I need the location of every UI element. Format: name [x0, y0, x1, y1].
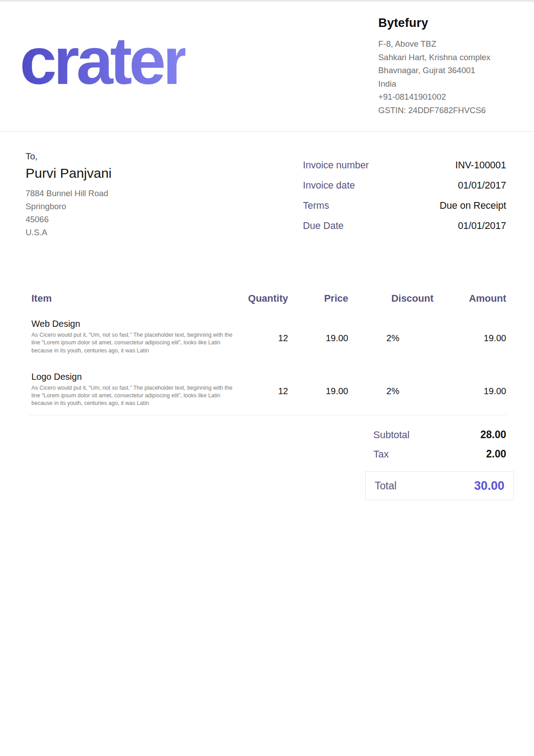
- invoice-meta-block: Invoice number INV-100001 Invoice date 0…: [303, 160, 506, 241]
- invoice-number-row: Invoice number INV-100001: [303, 160, 506, 180]
- due-date-label: Due Date: [303, 220, 344, 232]
- column-header-price: Price: [288, 293, 348, 304]
- item-name: Logo Design: [31, 371, 228, 382]
- company-address-line: Sahkari Hart, Krishna complex: [378, 51, 517, 64]
- customer-address-line: U.S.A: [26, 226, 112, 239]
- terms-label: Terms: [303, 200, 329, 211]
- column-header-amount: Amount: [433, 293, 506, 304]
- items-table-header: Item Quantity Price Discount Amount: [31, 293, 506, 304]
- item-cell: Web Design As Cicero would put it, “Um, …: [31, 318, 228, 355]
- item-price: 19.00: [288, 318, 348, 355]
- total-box: Total 30.00: [365, 471, 514, 500]
- subtotal-row: Subtotal 28.00: [365, 429, 514, 442]
- invoice-date-row: Invoice date 01/01/2017: [303, 180, 506, 200]
- crater-logo: crater: [20, 28, 185, 94]
- page-top-strip: [0, 0, 534, 2]
- company-address-line: F-8, Above TBZ: [378, 37, 517, 51]
- item-quantity: 12: [228, 318, 288, 355]
- subtotal-label: Subtotal: [373, 429, 410, 441]
- invoice-number-value: INV-100001: [455, 160, 506, 171]
- terms-value: Due on Receipt: [440, 200, 506, 211]
- total-label: Total: [375, 480, 397, 492]
- invoice-number-label: Invoice number: [303, 160, 369, 171]
- company-block: Bytefury F-8, Above TBZ Sahkari Hart, Kr…: [378, 16, 517, 117]
- terms-row: Terms Due on Receipt: [303, 200, 506, 220]
- items-bottom-divider: [29, 415, 506, 415]
- customer-address-line: 45066: [26, 213, 112, 226]
- item-discount: 2%: [348, 371, 433, 408]
- tax-label: Tax: [373, 448, 389, 460]
- company-phone: +91-08141901002: [378, 90, 517, 104]
- invoice-date-label: Invoice date: [303, 180, 355, 191]
- customer-address-line: 7884 Bunnel Hill Road: [26, 187, 112, 200]
- totals-block: Subtotal 28.00 Tax 2.00 Total 30.00: [365, 429, 514, 500]
- total-value: 30.00: [474, 479, 504, 493]
- due-date-value: 01/01/2017: [458, 220, 506, 232]
- company-name: Bytefury: [378, 16, 517, 30]
- item-amount: 19.00: [433, 371, 506, 408]
- tax-row: Tax 2.00: [365, 448, 514, 462]
- column-header-item: Item: [31, 293, 228, 304]
- subtotal-value: 28.00: [480, 429, 506, 441]
- header-divider: [0, 131, 534, 132]
- table-row: Logo Design As Cicero would put it, “Um,…: [31, 371, 506, 408]
- table-row: Web Design As Cicero would put it, “Um, …: [31, 318, 506, 355]
- item-quantity: 12: [228, 371, 288, 408]
- item-price: 19.00: [288, 371, 348, 408]
- item-description: As Cicero would put it, “Um, not so fast…: [31, 384, 233, 408]
- item-name: Web Design: [31, 318, 228, 329]
- item-description: As Cicero would put it, “Um, not so fast…: [31, 331, 233, 355]
- bill-to-label: To,: [26, 151, 112, 162]
- column-header-discount: Discount: [348, 293, 433, 304]
- item-cell: Logo Design As Cicero would put it, “Um,…: [31, 371, 228, 408]
- company-gstin: GSTIN: 24DDF7682FHVCS6: [378, 104, 517, 117]
- due-date-row: Due Date 01/01/2017: [303, 220, 506, 241]
- items-table: Item Quantity Price Discount Amount Web …: [31, 293, 506, 424]
- item-amount: 19.00: [433, 318, 506, 355]
- customer-name: Purvi Panjvani: [26, 165, 112, 181]
- customer-address-line: Springboro: [26, 200, 112, 213]
- item-discount: 2%: [348, 318, 433, 355]
- company-address-line: India: [378, 77, 517, 91]
- invoice-date-value: 01/01/2017: [458, 180, 506, 191]
- bill-to-block: To, Purvi Panjvani 7884 Bunnel Hill Road…: [26, 151, 112, 239]
- tax-value: 2.00: [486, 448, 506, 460]
- column-header-quantity: Quantity: [228, 293, 288, 304]
- company-address-line: Bhavnagar, Gujrat 364001: [378, 64, 517, 77]
